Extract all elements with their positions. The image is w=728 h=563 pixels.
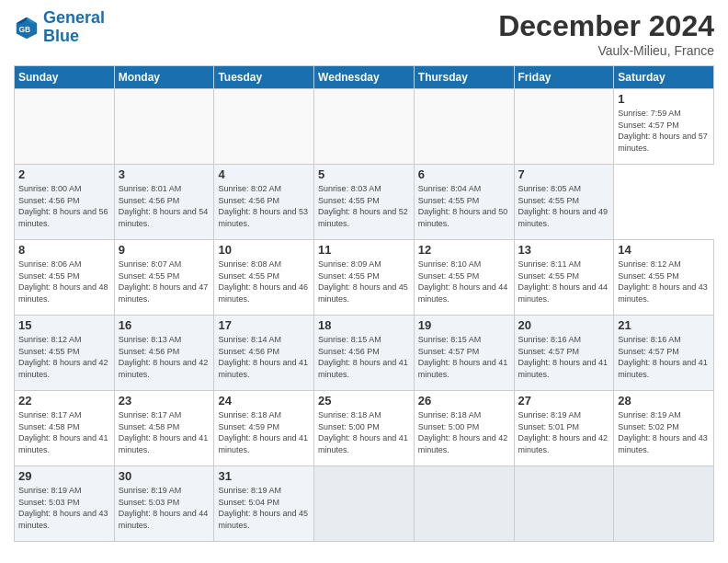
day-number: 16	[119, 318, 210, 332]
calendar-cell-empty	[314, 89, 415, 165]
day-number: 26	[418, 394, 510, 408]
calendar-cell: 26Sunrise: 8:18 AMSunset: 5:00 PMDayligh…	[414, 391, 514, 466]
day-number: 17	[218, 318, 310, 332]
day-info: Sunrise: 8:17 AMSunset: 4:58 PMDaylight:…	[119, 409, 210, 455]
day-info: Sunrise: 8:12 AMSunset: 4:55 PMDaylight:…	[618, 259, 710, 304]
calendar-cell-empty	[214, 89, 314, 165]
day-info: Sunrise: 8:19 AMSunset: 5:03 PMDaylight:…	[18, 485, 110, 531]
day-info: Sunrise: 8:15 AMSunset: 4:56 PMDaylight:…	[318, 334, 410, 380]
day-number: 28	[618, 394, 710, 408]
day-number: 31	[218, 469, 310, 483]
day-number: 25	[318, 394, 410, 408]
day-number: 15	[18, 318, 110, 332]
day-number: 1	[618, 92, 710, 106]
day-number: 13	[518, 243, 610, 257]
day-number: 24	[218, 394, 310, 408]
day-number: 22	[18, 394, 110, 408]
day-number: 3	[119, 167, 210, 181]
header-saturday: Saturday	[614, 66, 714, 89]
day-number: 21	[618, 318, 710, 332]
day-info: Sunrise: 8:16 AMSunset: 4:57 PMDaylight:…	[618, 334, 710, 380]
day-info: Sunrise: 8:03 AMSunset: 4:55 PMDaylight:…	[318, 183, 410, 229]
day-number: 29	[18, 469, 110, 483]
calendar-cell-empty	[614, 466, 714, 542]
calendar-cell: 11Sunrise: 8:09 AMSunset: 4:55 PMDayligh…	[314, 240, 415, 316]
calendar-cell-empty	[314, 466, 415, 542]
calendar-cell: 24Sunrise: 8:18 AMSunset: 4:59 PMDayligh…	[214, 391, 314, 466]
calendar-cell: 9Sunrise: 8:07 AMSunset: 4:55 PMDaylight…	[114, 240, 214, 316]
logo-line2: Blue	[43, 27, 79, 45]
calendar-week-row: 29Sunrise: 8:19 AMSunset: 5:03 PMDayligh…	[15, 466, 714, 542]
day-number: 9	[119, 243, 210, 257]
calendar-cell: 13Sunrise: 8:11 AMSunset: 4:55 PMDayligh…	[514, 240, 614, 316]
calendar-cell-empty	[514, 466, 614, 542]
calendar-cell: 5Sunrise: 8:03 AMSunset: 4:55 PMDaylight…	[314, 165, 415, 240]
day-number: 27	[518, 394, 610, 408]
calendar-cell: 21Sunrise: 8:16 AMSunset: 4:57 PMDayligh…	[614, 316, 714, 391]
header-wednesday: Wednesday	[314, 66, 415, 89]
logo: GB General Blue	[14, 9, 105, 46]
svg-text:GB: GB	[19, 24, 31, 33]
calendar-cell: 12Sunrise: 8:10 AMSunset: 4:55 PMDayligh…	[414, 240, 514, 316]
day-number: 7	[518, 167, 610, 181]
calendar-cell-empty	[414, 466, 514, 542]
day-number: 8	[18, 243, 110, 257]
day-info: Sunrise: 8:19 AMSunset: 5:03 PMDaylight:…	[119, 485, 210, 531]
day-info: Sunrise: 8:02 AMSunset: 4:56 PMDaylight:…	[218, 183, 310, 229]
day-number: 23	[119, 394, 210, 408]
calendar-cell-empty	[514, 89, 614, 165]
calendar-cell-empty	[414, 89, 514, 165]
calendar-cell: 16Sunrise: 8:13 AMSunset: 4:56 PMDayligh…	[114, 316, 214, 391]
calendar-cell: 18Sunrise: 8:15 AMSunset: 4:56 PMDayligh…	[314, 316, 415, 391]
location: Vaulx-Milieu, France	[498, 43, 714, 58]
calendar-cell: 29Sunrise: 8:19 AMSunset: 5:03 PMDayligh…	[15, 466, 115, 542]
day-info: Sunrise: 8:10 AMSunset: 4:55 PMDaylight:…	[418, 259, 510, 304]
calendar-cell: 17Sunrise: 8:14 AMSunset: 4:56 PMDayligh…	[214, 316, 314, 391]
day-info: Sunrise: 8:04 AMSunset: 4:55 PMDaylight:…	[418, 183, 510, 229]
calendar-week-row: 1Sunrise: 7:59 AMSunset: 4:57 PMDaylight…	[15, 89, 714, 165]
day-number: 30	[119, 469, 210, 483]
logo-line1: General	[43, 8, 105, 27]
calendar-cell-empty	[114, 89, 214, 165]
calendar-cell: 27Sunrise: 8:19 AMSunset: 5:01 PMDayligh…	[514, 391, 614, 466]
page: GB General Blue December 2024 Vaulx-Mili…	[0, 0, 728, 563]
calendar-week-row: 2Sunrise: 8:00 AMSunset: 4:56 PMDaylight…	[15, 165, 714, 240]
day-info: Sunrise: 8:09 AMSunset: 4:55 PMDaylight:…	[318, 259, 410, 304]
day-number: 6	[418, 167, 510, 181]
day-info: Sunrise: 8:07 AMSunset: 4:55 PMDaylight:…	[119, 259, 210, 304]
header: GB General Blue December 2024 Vaulx-Mili…	[14, 9, 714, 58]
day-info: Sunrise: 8:18 AMSunset: 5:00 PMDaylight:…	[418, 409, 510, 455]
day-info: Sunrise: 8:05 AMSunset: 4:55 PMDaylight:…	[518, 183, 610, 229]
day-number: 10	[218, 243, 310, 257]
title-block: December 2024 Vaulx-Milieu, France	[498, 9, 714, 58]
calendar-cell: 14Sunrise: 8:12 AMSunset: 4:55 PMDayligh…	[614, 240, 714, 316]
day-info: Sunrise: 7:59 AMSunset: 4:57 PMDaylight:…	[618, 108, 710, 154]
day-info: Sunrise: 8:11 AMSunset: 4:55 PMDaylight:…	[518, 259, 610, 304]
day-info: Sunrise: 8:12 AMSunset: 4:55 PMDaylight:…	[18, 334, 110, 380]
calendar-cell: 25Sunrise: 8:18 AMSunset: 5:00 PMDayligh…	[314, 391, 415, 466]
day-info: Sunrise: 8:18 AMSunset: 5:00 PMDaylight:…	[318, 409, 410, 455]
calendar-cell: 3Sunrise: 8:01 AMSunset: 4:56 PMDaylight…	[114, 165, 214, 240]
calendar-week-row: 22Sunrise: 8:17 AMSunset: 4:58 PMDayligh…	[15, 391, 714, 466]
logo-text: General Blue	[43, 9, 105, 46]
calendar-cell: 28Sunrise: 8:19 AMSunset: 5:02 PMDayligh…	[614, 391, 714, 466]
calendar-cell: 10Sunrise: 8:08 AMSunset: 4:55 PMDayligh…	[214, 240, 314, 316]
calendar-cell: 6Sunrise: 8:04 AMSunset: 4:55 PMDaylight…	[414, 165, 514, 240]
day-info: Sunrise: 8:01 AMSunset: 4:56 PMDaylight:…	[119, 183, 210, 229]
header-tuesday: Tuesday	[214, 66, 314, 89]
header-sunday: Sunday	[15, 66, 115, 89]
calendar-cell: 20Sunrise: 8:16 AMSunset: 4:57 PMDayligh…	[514, 316, 614, 391]
day-info: Sunrise: 8:19 AMSunset: 5:01 PMDaylight:…	[518, 409, 610, 455]
calendar-cell: 1Sunrise: 7:59 AMSunset: 4:57 PMDaylight…	[614, 89, 714, 165]
calendar-header-row: Sunday Monday Tuesday Wednesday Thursday…	[15, 66, 714, 89]
calendar-cell: 4Sunrise: 8:02 AMSunset: 4:56 PMDaylight…	[214, 165, 314, 240]
day-number: 19	[418, 318, 510, 332]
day-number: 2	[18, 167, 110, 181]
day-number: 14	[618, 243, 710, 257]
calendar-cell: 15Sunrise: 8:12 AMSunset: 4:55 PMDayligh…	[15, 316, 115, 391]
calendar-cell: 30Sunrise: 8:19 AMSunset: 5:03 PMDayligh…	[114, 466, 214, 542]
day-info: Sunrise: 8:15 AMSunset: 4:57 PMDaylight:…	[418, 334, 510, 380]
day-info: Sunrise: 8:06 AMSunset: 4:55 PMDaylight:…	[18, 259, 110, 304]
calendar-cell: 22Sunrise: 8:17 AMSunset: 4:58 PMDayligh…	[15, 391, 115, 466]
calendar-cell: 23Sunrise: 8:17 AMSunset: 4:58 PMDayligh…	[114, 391, 214, 466]
